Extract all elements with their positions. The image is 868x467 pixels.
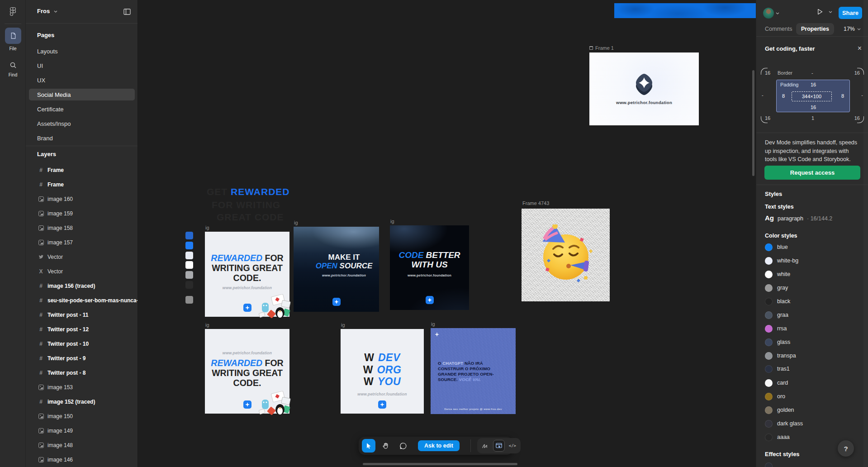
code-tool-button[interactable]: </> (507, 440, 518, 452)
frame4743-label[interactable]: Frame 4743 (522, 200, 549, 206)
canvas-vertical-scrollbar[interactable] (752, 70, 754, 176)
color-style-black[interactable]: black (765, 295, 860, 308)
dev-mode-toggle-button[interactable] (493, 440, 505, 452)
present-play-icon[interactable] (816, 8, 823, 15)
canvas-horizontal-scrollbar[interactable] (363, 463, 517, 465)
color-style-card[interactable]: card (765, 376, 860, 390)
ghost-heading-line1[interactable]: GET REWARDED (207, 186, 290, 197)
close-icon[interactable]: × (858, 45, 862, 52)
color-style-golden[interactable]: golden (765, 403, 860, 417)
layer-row[interactable]: image 160 (26, 193, 138, 205)
canvas-swatch-gray[interactable] (185, 271, 193, 279)
color-swatch (765, 338, 773, 346)
layer-row[interactable]: image 148 (26, 439, 138, 451)
layer-row[interactable]: #image 152 (traced) (26, 396, 138, 408)
post-make-it-open-source[interactable]: ig MAKE IT OPEN SOURCE www.petrichor.fou… (294, 227, 379, 312)
layer-row[interactable]: #Twitter post - 9 (26, 353, 138, 364)
layer-row[interactable]: #Twitter post - 10 (26, 338, 138, 350)
color-style-dark-glass[interactable]: dark glass (765, 417, 860, 430)
canvas-swatch-black[interactable] (185, 281, 193, 289)
canvas-swatch-white[interactable] (185, 261, 193, 269)
layer-row[interactable]: image 158 (26, 222, 138, 234)
layer-row[interactable]: image 153 (26, 381, 138, 393)
help-button[interactable]: ? (838, 440, 854, 457)
layer-row[interactable]: XVector (26, 266, 138, 277)
post-w-dev-org-you[interactable]: ig WDEV WORG WYOU www.petrichor.foundati… (341, 329, 424, 414)
color-style-graa[interactable]: graa (765, 308, 860, 322)
chevron-down-icon[interactable] (829, 11, 832, 13)
color-style-oro[interactable]: oro (765, 390, 860, 403)
color-style-blue[interactable]: blue (765, 240, 860, 254)
sidebar-toggle-icon[interactable] (123, 9, 131, 15)
color-style-glass[interactable]: glass (765, 335, 860, 349)
comment-tool-button[interactable] (396, 439, 410, 453)
layer-row[interactable]: #Frame (26, 164, 138, 176)
layer-row[interactable]: image 157 (26, 237, 138, 248)
file-panel-button[interactable] (5, 28, 21, 44)
pages-header: Pages (26, 29, 138, 41)
color-style-white-bg[interactable]: white-bg (765, 254, 860, 267)
tab-properties[interactable]: Properties (796, 23, 834, 35)
page-item-assets-inspo[interactable]: Assets/Inspo (26, 118, 138, 129)
chevron-down-icon[interactable] (776, 12, 779, 14)
canvas-swatch-gray2[interactable] (185, 296, 193, 304)
canvas-swatch-light[interactable] (185, 252, 193, 259)
page-item-social-media[interactable]: Social Media (26, 89, 138, 100)
page-item-ui[interactable]: UI (26, 60, 138, 71)
post-chatgpt-blue[interactable]: ig O CHATGPT NÃO IRÁ CONSTRUIR O PRÓXIMO… (431, 328, 516, 414)
layer-row[interactable]: image 159 (26, 208, 138, 219)
chevron-down-icon[interactable] (54, 10, 57, 13)
page-item-ux[interactable]: UX (26, 74, 138, 86)
panel-header: Fros (26, 0, 138, 24)
color-style-transpa[interactable]: transpa (765, 349, 860, 362)
layer-row[interactable]: Vector (26, 251, 138, 263)
canvas-frame-blue-strip[interactable] (614, 3, 756, 18)
sticker-collage (258, 294, 291, 318)
frame1-card[interactable]: www.petrichor.foundation (589, 52, 699, 125)
layer-row[interactable]: #Twitter post - 12 (26, 324, 138, 335)
dev-board-icon (495, 442, 503, 449)
effect-style-swatch-partial[interactable] (765, 462, 773, 467)
twitter-bird-icon (38, 255, 44, 259)
request-access-button[interactable]: Request access (764, 166, 860, 180)
color-style-tras1[interactable]: tras1 (765, 362, 860, 376)
text-style-meta: · 16/144.2 (807, 215, 832, 222)
canvas-swatch-blue[interactable] (185, 242, 193, 249)
frame1-label[interactable]: Frame 1 (589, 45, 614, 51)
zoom-control[interactable]: 17% (844, 26, 861, 32)
layer-row[interactable]: image 150 (26, 410, 138, 422)
layer-row[interactable]: #Twitter post - 11 (26, 309, 138, 321)
color-style-gray[interactable]: gray (765, 281, 860, 295)
tab-comments[interactable]: Comments (765, 26, 792, 32)
share-button[interactable]: Share (839, 7, 862, 19)
canvas-swatch-dark-blue[interactable] (185, 232, 193, 239)
hand-tool-button[interactable] (379, 439, 393, 453)
color-swatch (765, 434, 773, 441)
layer-row[interactable]: #Twitter post - 8 (26, 367, 138, 379)
hand-icon (382, 442, 389, 449)
layer-row[interactable]: #image 156 (traced) (26, 280, 138, 292)
ask-to-edit-button[interactable]: Ask to edit (418, 440, 460, 451)
page-item-layouts[interactable]: Layouts (26, 45, 138, 57)
page-item-brand[interactable]: Brand (26, 132, 138, 144)
post-footer-text: Deixe seu melhor projeto @ www.fros.dev (431, 408, 516, 410)
post-rewarded-top[interactable]: ig REWARDED FOR WRITING GREAT CODE. www.… (205, 232, 289, 317)
layer-row[interactable]: #Frame (26, 179, 138, 191)
move-tool-button[interactable] (362, 439, 375, 453)
page-item-certificate[interactable]: Certificate (26, 103, 138, 115)
user-avatar[interactable] (763, 8, 774, 19)
file-name[interactable]: Fros (37, 8, 50, 14)
panel-scrollbar-track[interactable] (863, 0, 868, 467)
color-style-white[interactable]: white (765, 267, 860, 281)
color-style-rrsa[interactable]: rrsa (765, 322, 860, 335)
frame-icon: # (38, 341, 44, 347)
text-style-paragraph[interactable]: Ag paragraph · 16/144.2 (765, 214, 832, 222)
draw-tool-button[interactable] (479, 440, 491, 452)
layer-row[interactable]: image 149 (26, 425, 138, 437)
post-rewarded-bottom[interactable]: ig www.petrichor.foundation REWARDED FOR… (205, 329, 289, 414)
frame4743-card[interactable] (522, 209, 610, 301)
post-code-better[interactable]: ig CODE BETTER WITH US www.petrichor.fou… (390, 225, 469, 310)
layer-row[interactable]: image 146 (26, 454, 138, 466)
find-button[interactable] (5, 57, 21, 73)
layer-row[interactable]: #seu-site-pode-ser-bom-mas-nunca-a (26, 295, 138, 306)
